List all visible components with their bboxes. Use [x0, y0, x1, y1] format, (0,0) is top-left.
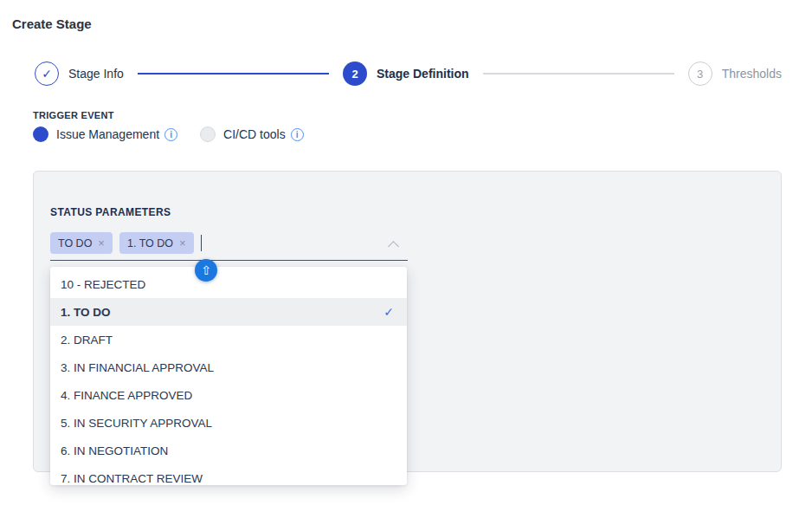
- dropdown-option-4-finance-approved[interactable]: 4. FINANCE APPROVED: [50, 381, 407, 409]
- radio-label-cicd-tools: CI/CD tools: [223, 127, 286, 141]
- option-label: 6. IN NEGOTIATION: [61, 444, 168, 457]
- chip-label: 1. TO DO: [127, 237, 173, 250]
- chip-label: TO DO: [58, 237, 92, 250]
- dropdown-option-3-in-financial-approval[interactable]: 3. IN FINANCIAL APPROVAL: [50, 353, 407, 381]
- cursor-up-arrow-badge-icon: ⇧: [195, 259, 217, 282]
- stepper-connector-done: [138, 73, 329, 75]
- selected-chip-1-to-do[interactable]: 1. TO DO ×: [119, 232, 194, 254]
- option-label: 7. IN CONTRACT REVIEW: [61, 472, 203, 485]
- dropdown-option-10-rejected[interactable]: 10 - REJECTED: [50, 270, 407, 298]
- radio-option-cicd-tools[interactable]: CI/CD tools i: [200, 126, 304, 142]
- status-options-dropdown: 10 - REJECTED 1. TO DO ✓ 2. DRAFT 3. IN …: [50, 267, 407, 485]
- status-parameters-multiselect[interactable]: TO DO × 1. TO DO ×: [50, 230, 408, 261]
- step-number-3: 3: [688, 62, 712, 86]
- step-number-2: 2: [343, 62, 367, 86]
- step-label-thresholds: Thresholds: [722, 67, 782, 81]
- status-parameters-label: STATUS PARAMETERS: [50, 206, 171, 218]
- create-stage-screen: Create Stage ✓ Stage Info 2 Stage Defini…: [0, 0, 812, 512]
- step-label-stage-definition: Stage Definition: [377, 67, 469, 81]
- option-label: 3. IN FINANCIAL APPROVAL: [61, 361, 214, 374]
- chevron-up-icon: [388, 241, 399, 252]
- chip-remove-icon[interactable]: ×: [179, 237, 186, 250]
- selected-chip-to-do[interactable]: TO DO ×: [50, 232, 113, 254]
- option-label: 1. TO DO: [61, 306, 111, 319]
- page-title: Create Stage: [12, 16, 92, 31]
- step-stage-definition[interactable]: 2 Stage Definition: [343, 62, 469, 86]
- collapse-dropdown-control[interactable]: [387, 238, 401, 252]
- step-stage-info[interactable]: ✓ Stage Info: [35, 62, 124, 86]
- radio-selected-icon[interactable]: [33, 126, 48, 142]
- stepper-connector-todo: [483, 73, 674, 75]
- wizard-stepper: ✓ Stage Info 2 Stage Definition 3 Thresh…: [35, 62, 782, 86]
- text-caret: [201, 235, 203, 251]
- info-icon[interactable]: i: [291, 128, 304, 141]
- option-label: 5. IN SECURITY APPROVAL: [61, 417, 212, 430]
- dropdown-option-5-in-security-approval[interactable]: 5. IN SECURITY APPROVAL: [50, 409, 407, 437]
- option-label: 10 - REJECTED: [61, 278, 145, 291]
- step-complete-check-icon: ✓: [35, 62, 59, 86]
- dropdown-option-1-to-do[interactable]: 1. TO DO ✓: [50, 298, 407, 326]
- radio-unselected-icon[interactable]: [200, 126, 216, 142]
- step-label-stage-info: Stage Info: [68, 67, 124, 81]
- chip-remove-icon[interactable]: ×: [98, 237, 105, 250]
- trigger-event-label: TRIGGER EVENT: [33, 110, 114, 120]
- dropdown-option-2-draft[interactable]: 2. DRAFT: [50, 326, 407, 353]
- info-icon[interactable]: i: [164, 128, 177, 141]
- radio-label-issue-management: Issue Management: [56, 127, 159, 141]
- dropdown-option-7-in-contract-review[interactable]: 7. IN CONTRACT REVIEW: [50, 464, 407, 485]
- dropdown-option-6-in-negotiation[interactable]: 6. IN NEGOTIATION: [50, 437, 407, 464]
- selected-check-icon: ✓: [383, 305, 394, 319]
- option-label: 4. FINANCE APPROVED: [61, 389, 192, 402]
- option-label: 2. DRAFT: [61, 334, 113, 347]
- step-thresholds[interactable]: 3 Thresholds: [688, 62, 782, 86]
- trigger-event-radio-group: Issue Management i CI/CD tools i: [33, 126, 304, 143]
- radio-option-issue-management[interactable]: Issue Management i: [33, 126, 177, 142]
